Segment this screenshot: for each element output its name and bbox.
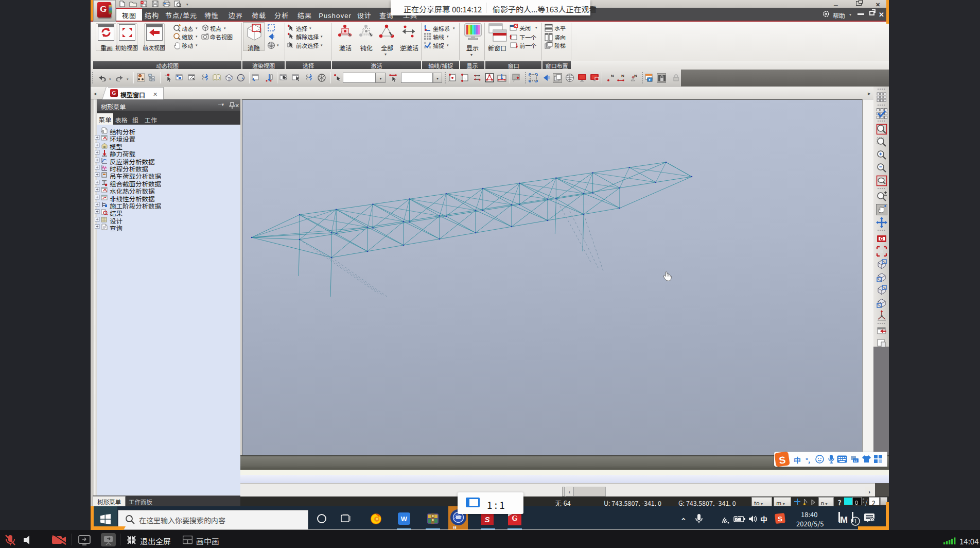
svg-text:N: N: [621, 73, 624, 78]
svg-text:1: 1: [854, 517, 857, 525]
svg-text:N: N: [634, 73, 637, 78]
svg-text:12: 12: [854, 458, 857, 463]
svg-text:N: N: [611, 73, 614, 78]
